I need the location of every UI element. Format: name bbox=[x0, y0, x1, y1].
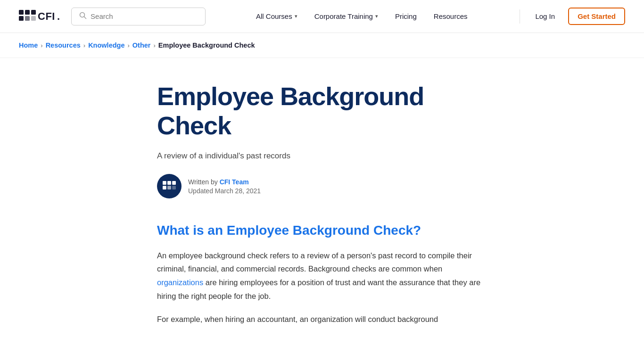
svg-rect-8 bbox=[163, 181, 166, 185]
nav-corporate-training[interactable]: Corporate Training ▾ bbox=[308, 8, 385, 24]
breadcrumb-sep-1: › bbox=[41, 42, 42, 49]
author-row: Written by CFI Team Updated March 28, 20… bbox=[157, 174, 487, 198]
nav-pricing[interactable]: Pricing bbox=[388, 8, 423, 24]
site-header: CFI . All Courses ▾ Corporate Training ▾… bbox=[0, 0, 644, 33]
login-button[interactable]: Log In bbox=[528, 8, 562, 24]
author-updated: Updated March 28, 2021 bbox=[188, 187, 261, 195]
svg-rect-9 bbox=[167, 181, 171, 185]
main-content: Employee Background Check A review of a … bbox=[138, 58, 506, 362]
breadcrumb-resources[interactable]: Resources bbox=[46, 41, 81, 49]
svg-rect-13 bbox=[172, 186, 176, 189]
nav-resources[interactable]: Resources bbox=[427, 8, 474, 24]
header-left: CFI . bbox=[19, 8, 206, 25]
header-actions: Log In Get Started bbox=[518, 8, 625, 25]
search-icon bbox=[79, 12, 87, 21]
breadcrumb-wrapper: Home › Resources › Knowledge › Other › E… bbox=[0, 33, 644, 58]
author-avatar bbox=[157, 174, 182, 198]
breadcrumb-current: Employee Background Check bbox=[158, 41, 255, 49]
article-subtitle: A review of a individual's past records bbox=[157, 151, 487, 161]
svg-rect-5 bbox=[31, 16, 36, 21]
nav-all-courses-label: All Courses bbox=[256, 12, 292, 20]
section1-paragraph2: For example, when hiring an accountant, … bbox=[157, 313, 487, 326]
breadcrumb: Home › Resources › Knowledge › Other › E… bbox=[19, 41, 625, 49]
logo-text: CFI bbox=[38, 10, 55, 23]
organizations-link[interactable]: organizations bbox=[157, 278, 203, 287]
breadcrumb-sep-2: › bbox=[83, 42, 85, 49]
section1-heading: What is an Employee Background Check? bbox=[157, 222, 487, 239]
svg-rect-3 bbox=[19, 16, 24, 21]
svg-rect-1 bbox=[25, 10, 30, 15]
svg-rect-10 bbox=[172, 181, 176, 185]
svg-line-7 bbox=[84, 16, 86, 18]
get-started-button[interactable]: Get Started bbox=[568, 8, 625, 25]
author-info: Written by CFI Team Updated March 28, 20… bbox=[188, 178, 261, 195]
breadcrumb-sep-3: › bbox=[127, 42, 129, 49]
nav-resources-label: Resources bbox=[434, 12, 468, 20]
article-body: An employee background check refers to a… bbox=[157, 249, 487, 326]
svg-rect-4 bbox=[25, 16, 30, 21]
main-nav: All Courses ▾ Corporate Training ▾ Prici… bbox=[249, 8, 474, 24]
breadcrumb-knowledge[interactable]: Knowledge bbox=[88, 41, 124, 49]
breadcrumb-sep-4: › bbox=[154, 42, 156, 49]
author-written: Written by CFI Team bbox=[188, 178, 261, 186]
nav-all-courses[interactable]: All Courses ▾ bbox=[249, 8, 304, 24]
logo[interactable]: CFI . bbox=[19, 10, 60, 23]
breadcrumb-other[interactable]: Other bbox=[132, 41, 151, 49]
logo-dot: . bbox=[57, 10, 60, 23]
chevron-down-icon: ▾ bbox=[295, 13, 297, 19]
section1-paragraph1: An employee background check refers to a… bbox=[157, 249, 487, 304]
breadcrumb-home[interactable]: Home bbox=[19, 41, 38, 49]
search-bar[interactable] bbox=[71, 8, 206, 25]
nav-pricing-label: Pricing bbox=[395, 12, 417, 20]
svg-rect-2 bbox=[31, 10, 36, 15]
nav-corporate-training-label: Corporate Training bbox=[314, 12, 373, 20]
svg-rect-12 bbox=[167, 186, 171, 189]
chevron-down-icon: ▾ bbox=[375, 13, 378, 19]
search-input[interactable] bbox=[91, 12, 198, 20]
logo-icon bbox=[19, 10, 36, 23]
nav-divider bbox=[520, 9, 520, 24]
svg-rect-11 bbox=[163, 186, 166, 189]
svg-rect-0 bbox=[19, 10, 24, 15]
author-name-link[interactable]: CFI Team bbox=[220, 178, 249, 186]
article-title: Employee Background Check bbox=[157, 82, 487, 140]
